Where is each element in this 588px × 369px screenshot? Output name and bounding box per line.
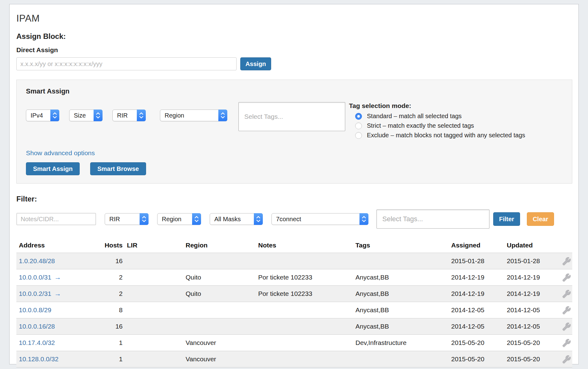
tag-mode-exclude-radio[interactable] bbox=[355, 132, 362, 139]
lir-cell bbox=[124, 351, 183, 367]
lir-cell bbox=[124, 318, 183, 335]
tag-mode-exclude-label: Exclude – match blocks not tagged with a… bbox=[367, 132, 525, 139]
notes-cidr-input[interactable] bbox=[16, 213, 96, 225]
region-cell: Vancouver bbox=[183, 351, 256, 367]
assigned-cell: 2014-12-05 bbox=[449, 318, 504, 335]
tags-cell: Anycast,BB bbox=[353, 318, 449, 335]
filter-rir-select[interactable]: RIR bbox=[105, 213, 149, 225]
drill-down-arrow-icon[interactable]: → bbox=[54, 290, 61, 297]
column-header-assigned: Assigned bbox=[449, 239, 504, 253]
table-row: 10.0.0.16/2816Anycast,BB2014-12-052014-1… bbox=[16, 318, 572, 335]
column-header-notes: Notes bbox=[256, 239, 353, 253]
tags-cell bbox=[353, 253, 449, 269]
assigned-cell: 2015-05-20 bbox=[449, 351, 504, 367]
filter-tags-input[interactable] bbox=[376, 209, 489, 229]
select-arrows-icon bbox=[50, 110, 59, 121]
hosts-cell: 16 bbox=[100, 318, 124, 335]
filter-controls: RIR Region All Masks 7connect Filter Cle… bbox=[16, 209, 572, 229]
assign-block-heading: Assign Block: bbox=[16, 32, 572, 41]
address-link[interactable]: 10.0.0.0/31 bbox=[19, 274, 51, 281]
filter-region-select[interactable]: Region bbox=[157, 213, 201, 225]
lir-cell bbox=[124, 302, 183, 318]
address-link[interactable]: 10.0.0.2/31 bbox=[19, 290, 51, 297]
actions-cell bbox=[560, 335, 572, 351]
address-link[interactable]: 10.128.0.0/32 bbox=[19, 355, 58, 363]
select-arrows-icon bbox=[359, 213, 368, 225]
table-row: 10.0.0.0/31→2QuitoPor tickete 102233Anyc… bbox=[16, 269, 572, 286]
address-link[interactable]: 10.0.0.16/28 bbox=[19, 323, 55, 330]
assign-button[interactable]: Assign bbox=[240, 57, 271, 70]
filter-rir-select-value: RIR bbox=[109, 216, 120, 223]
address-cell: 10.0.0.16/28 bbox=[16, 318, 100, 335]
ipam-panel: IPAM Assign Block: Direct Assign Assign … bbox=[9, 4, 579, 364]
edit-wrench-icon[interactable] bbox=[562, 290, 571, 298]
actions-cell bbox=[560, 269, 572, 286]
edit-wrench-icon[interactable] bbox=[562, 257, 571, 265]
edit-wrench-icon[interactable] bbox=[562, 273, 571, 282]
filter-button[interactable]: Filter bbox=[493, 212, 520, 226]
smart-region-select[interactable]: Region bbox=[160, 110, 227, 121]
smart-size-select-value: Size bbox=[74, 112, 86, 119]
notes-cell bbox=[256, 302, 353, 318]
tag-mode-standard-option[interactable]: Standard – match all selected tags bbox=[355, 111, 544, 121]
edit-wrench-icon[interactable] bbox=[562, 306, 571, 314]
filter-masks-select-value: All Masks bbox=[214, 216, 241, 223]
hosts-cell: 2 bbox=[100, 269, 124, 286]
direct-assign-input[interactable] bbox=[16, 57, 237, 70]
smart-size-select[interactable]: Size bbox=[69, 110, 103, 121]
smart-browse-button[interactable]: Smart Browse bbox=[90, 162, 146, 175]
tag-mode-strict-radio[interactable] bbox=[355, 122, 362, 129]
filter-heading: Filter: bbox=[16, 195, 572, 203]
page-title: IPAM bbox=[16, 13, 572, 24]
tag-selection-mode-group: Tag selection mode: Standard – match all… bbox=[349, 102, 544, 140]
address-link[interactable]: 1.0.20.48/28 bbox=[19, 257, 55, 264]
smart-rir-select[interactable]: RIR bbox=[112, 110, 146, 121]
notes-cell bbox=[256, 318, 353, 335]
column-header-tags: Tags bbox=[353, 239, 449, 253]
direct-assign-label: Direct Assign bbox=[16, 46, 572, 54]
smart-ipv-select-value: IPv4 bbox=[31, 112, 43, 119]
updated-cell: 2015-05-20 bbox=[504, 335, 560, 351]
lir-cell bbox=[124, 335, 183, 351]
clear-button[interactable]: Clear bbox=[527, 212, 554, 226]
assigned-cell: 2014-12-19 bbox=[449, 286, 504, 302]
show-advanced-options-link[interactable]: Show advanced options bbox=[26, 149, 95, 157]
updated-cell: 2014-12-19 bbox=[504, 286, 560, 302]
edit-wrench-icon[interactable] bbox=[562, 339, 571, 347]
filter-masks-select[interactable]: All Masks bbox=[210, 213, 263, 225]
select-arrows-icon bbox=[254, 213, 263, 225]
updated-cell: 2014-12-05 bbox=[504, 302, 560, 318]
table-row: 10.0.0.2/31→2QuitoPor tickete 102233Anyc… bbox=[16, 286, 572, 302]
smart-ipv-select[interactable]: IPv4 bbox=[26, 110, 59, 121]
tags-cell: Anycast,BB bbox=[353, 286, 449, 302]
tag-mode-strict-option[interactable]: Strict – match exactly the selected tags bbox=[355, 121, 544, 131]
region-cell: Quito bbox=[183, 286, 256, 302]
filter-lir-select-value: 7connect bbox=[276, 216, 301, 223]
lir-cell bbox=[124, 253, 183, 269]
select-arrows-icon bbox=[94, 110, 103, 121]
edit-wrench-icon[interactable] bbox=[562, 355, 571, 363]
address-link[interactable]: 10.0.0.8/29 bbox=[19, 306, 51, 313]
smart-tags-input[interactable] bbox=[238, 102, 345, 131]
tag-mode-standard-radio[interactable] bbox=[355, 113, 362, 120]
drill-down-arrow-icon[interactable]: → bbox=[54, 273, 61, 281]
smart-assign-button[interactable]: Smart Assign bbox=[26, 162, 80, 175]
column-header-updated: Updated bbox=[504, 239, 560, 253]
address-link[interactable]: 10.17.4.0/32 bbox=[19, 339, 55, 346]
region-cell: Quito bbox=[183, 269, 256, 286]
region-cell: Vancouver bbox=[183, 335, 256, 351]
column-header-actions bbox=[560, 239, 572, 253]
assigned-cell: 2014-12-19 bbox=[449, 269, 504, 286]
smart-assign-section: Smart Assign IPv4 Size RIR Region bbox=[16, 80, 572, 184]
hosts-cell: 1 bbox=[100, 335, 124, 351]
tag-mode-exclude-option[interactable]: Exclude – match blocks not tagged with a… bbox=[355, 131, 544, 140]
region-cell bbox=[183, 253, 256, 269]
smart-assign-heading: Smart Assign bbox=[26, 87, 572, 95]
edit-wrench-icon[interactable] bbox=[562, 322, 571, 331]
column-header-address: Address bbox=[16, 239, 100, 253]
notes-cell bbox=[256, 351, 353, 367]
smart-buttons-row: Smart Assign Smart Browse bbox=[26, 162, 572, 175]
filter-lir-select[interactable]: 7connect bbox=[271, 213, 368, 225]
hosts-cell: 8 bbox=[100, 302, 124, 318]
column-header-lir: LIR bbox=[124, 239, 183, 253]
